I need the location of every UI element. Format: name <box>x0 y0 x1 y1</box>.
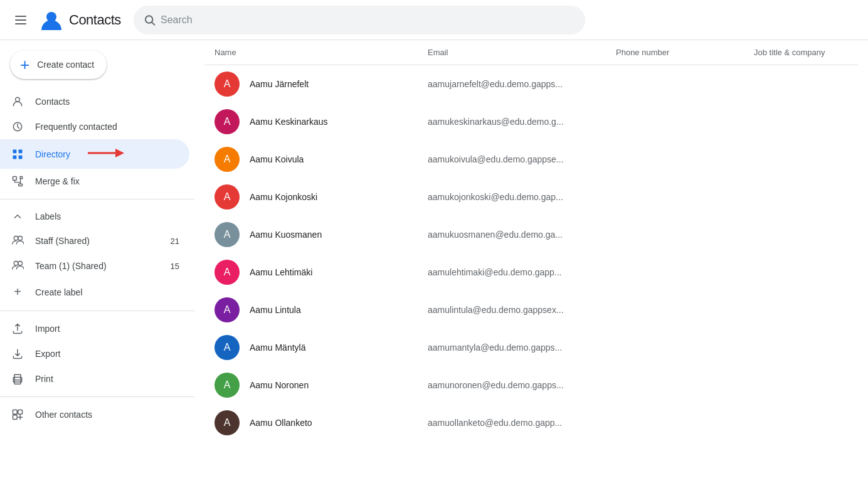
avatar: A <box>214 147 240 172</box>
export-icon <box>10 347 25 360</box>
nav-divider-3 <box>0 396 194 397</box>
col-header-name: Name <box>214 48 428 57</box>
search-input[interactable] <box>161 14 575 26</box>
print-label: Print <box>35 374 53 384</box>
sidebar-merge-label: Merge & fix <box>35 176 80 186</box>
table-row[interactable]: A Aamu Keskinarkaus aamukeskinarkaus@edu… <box>204 103 858 141</box>
sidebar-item-contacts[interactable]: Contacts <box>0 89 189 114</box>
contact-email: aamukuosmanen@edu.demo.ga... <box>428 230 616 240</box>
svg-point-16 <box>14 236 18 241</box>
plus-icon: + <box>20 56 29 73</box>
contact-name: Aamu Lintula <box>250 305 428 315</box>
nav-divider-1 <box>0 199 194 199</box>
team1-label: Team (1) (Shared) <box>35 261 107 271</box>
sidebar-item-directory[interactable]: Directory <box>0 139 189 169</box>
table-row[interactable]: A Aamu Noronen aamunoronen@edu.demo.gapp… <box>204 366 858 404</box>
search-icon <box>144 14 156 26</box>
svg-point-19 <box>18 262 23 266</box>
sidebar-item-other-contacts[interactable]: Other contacts <box>0 402 189 427</box>
table-row[interactable]: A Aamu Järnefelt aamujarnefelt@edu.demo.… <box>204 65 858 103</box>
svg-rect-24 <box>13 415 18 420</box>
contact-name: Aamu Lehtimäki <box>250 267 428 277</box>
svg-rect-10 <box>13 155 17 159</box>
main-layout: + Create contact Contacts Frequently con… <box>0 40 868 488</box>
sidebar-item-print[interactable]: Print <box>0 366 189 391</box>
svg-rect-14 <box>13 177 17 181</box>
staff-label: Staff (Shared) <box>35 236 90 246</box>
col-header-email: Email <box>428 48 616 57</box>
sidebar-item-import[interactable]: Import <box>0 316 189 341</box>
col-header-phone: Phone number <box>616 48 754 57</box>
history-icon <box>10 120 25 133</box>
sidebar-directory-label: Directory <box>35 149 70 159</box>
svg-line-5 <box>152 22 154 24</box>
contact-name: Aamu Keskinarkaus <box>250 117 428 127</box>
sidebar-item-export[interactable]: Export <box>0 341 189 366</box>
contact-name: Aamu Järnefelt <box>250 79 428 89</box>
avatar: A <box>214 184 240 210</box>
topbar: Contacts <box>0 0 868 40</box>
table-row[interactable]: A Aamu Ollanketo aamuollanketo@edu.demo.… <box>204 404 858 442</box>
sidebar-item-staff[interactable]: Staff (Shared) 21 <box>0 228 189 253</box>
svg-point-18 <box>14 262 18 266</box>
table-row[interactable]: A Aamu Koivula aamukoivula@edu.demo.gapp… <box>204 141 858 178</box>
create-label-plus-icon: + <box>10 285 25 299</box>
svg-rect-22 <box>13 410 18 415</box>
table-row[interactable]: A Aamu Lehtimäki aamulehtimaki@edu.demo.… <box>204 253 858 291</box>
merge-icon <box>10 175 25 188</box>
nav-divider-2 <box>0 310 194 311</box>
svg-rect-23 <box>18 410 23 415</box>
print-icon <box>10 373 25 385</box>
table-row[interactable]: A Aamu Kuosmanen aamukuosmanen@edu.demo.… <box>204 216 858 253</box>
contact-email: aamulintula@edu.demo.gappsex... <box>428 305 616 315</box>
export-label: Export <box>35 349 60 359</box>
avatar: A <box>214 297 240 322</box>
contacts-list: A Aamu Järnefelt aamujarnefelt@edu.demo.… <box>204 65 858 442</box>
content-area: Name Email Phone number Job title & comp… <box>194 40 868 488</box>
labels-section-header[interactable]: Labels <box>0 204 194 228</box>
sidebar-item-team1[interactable]: Team (1) (Shared) 15 <box>0 253 189 278</box>
contact-name: Aamu Noronen <box>250 380 428 390</box>
avatar: A <box>214 260 240 285</box>
app-title: Contacts <box>69 12 121 28</box>
create-contact-button[interactable]: + Create contact <box>10 50 107 79</box>
red-arrow-annotation <box>88 146 125 162</box>
svg-rect-8 <box>13 149 17 153</box>
sidebar-item-frequently-contacted[interactable]: Frequently contacted <box>0 114 189 139</box>
create-contact-label: Create contact <box>37 60 94 70</box>
grid-icon <box>10 148 25 161</box>
chevron-up-icon <box>10 211 25 222</box>
table-row[interactable]: A Aamu Kojonkoski aamukojonkoski@edu.dem… <box>204 178 858 216</box>
person-icon <box>10 95 25 108</box>
contact-name: Aamu Kuosmanen <box>250 230 428 240</box>
svg-point-17 <box>18 236 23 241</box>
other-contacts-icon <box>10 408 25 421</box>
team-shared-icon <box>10 260 25 272</box>
contact-email: aamuollanketo@edu.demo.gapp... <box>428 418 616 428</box>
contact-email: aamukojonkoski@edu.demo.gap... <box>428 192 616 202</box>
table-row[interactable]: A Aamu Lintula aamulintula@edu.demo.gapp… <box>204 291 858 329</box>
menu-icon[interactable] <box>10 9 31 31</box>
svg-rect-0 <box>15 16 26 17</box>
staff-badge: 21 <box>171 236 179 246</box>
sidebar-item-create-label[interactable]: + Create label <box>0 278 189 305</box>
avatar: A <box>214 335 240 360</box>
upload-icon <box>10 322 25 335</box>
other-contacts-label: Other contacts <box>35 410 92 420</box>
svg-rect-15 <box>19 184 23 186</box>
app-logo[interactable]: Contacts <box>39 8 121 33</box>
table-row[interactable]: A Aamu Mäntylä aamumantyla@edu.demo.gapp… <box>204 329 858 366</box>
labels-header-label: Labels <box>35 211 61 221</box>
sidebar-frequently-label: Frequently contacted <box>35 122 117 132</box>
contact-name: Aamu Koivula <box>250 154 428 164</box>
sidebar-contacts-label: Contacts <box>35 97 70 107</box>
import-label: Import <box>35 324 60 334</box>
sidebar-item-merge-fix[interactable]: Merge & fix <box>0 169 189 194</box>
svg-point-6 <box>16 97 20 102</box>
svg-rect-9 <box>19 149 23 153</box>
label-shared-icon <box>10 235 25 247</box>
avatar: A <box>214 72 240 97</box>
create-label-label: Create label <box>35 287 83 297</box>
search-bar <box>134 6 585 34</box>
contact-email: aamumantyla@edu.demo.gapps... <box>428 342 616 353</box>
